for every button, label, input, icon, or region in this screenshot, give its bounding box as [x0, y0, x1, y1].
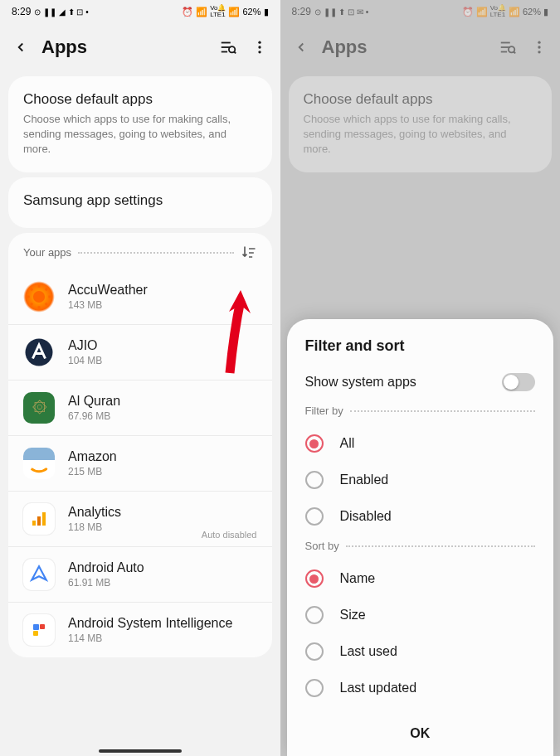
- sort-lastupdated[interactable]: Last updated: [305, 670, 536, 706]
- toggle-label: Show system apps: [305, 375, 416, 390]
- svg-line-13: [31, 288, 32, 290]
- filter-all[interactable]: All: [305, 425, 536, 462]
- search-icon: [499, 38, 517, 56]
- app-name: Al Quran: [68, 394, 257, 409]
- svg-point-31: [538, 51, 540, 53]
- lte-icon: Vo🔔LTE1: [210, 5, 226, 18]
- lte-icon: Vo🔔LTE1: [490, 5, 506, 18]
- svg-line-4: [234, 52, 236, 54]
- page-title: Apps: [41, 36, 207, 58]
- app-name: Analytics: [68, 505, 257, 520]
- screen-filter-sheet: 8:29 ⊙ ❚❚ ⬆ ⊡ ✉ • ⏰ 📶 Vo🔔LTE1 📶 62% ▮ Ap…: [280, 0, 561, 756]
- svg-rect-19: [37, 516, 41, 526]
- app-size: 61.91 MB: [68, 577, 257, 589]
- toggle-switch[interactable]: [502, 373, 535, 391]
- svg-rect-22: [40, 624, 45, 629]
- svg-rect-18: [32, 521, 36, 526]
- app-item[interactable]: AccuWeather 143 MB: [8, 269, 272, 325]
- battery-percent: 62%: [523, 7, 541, 17]
- radio-label: All: [340, 436, 355, 451]
- app-size: 67.96 MB: [68, 410, 257, 422]
- sort-lastused[interactable]: Last used: [305, 633, 536, 670]
- home-indicator[interactable]: [99, 749, 182, 753]
- page-title: Apps: [322, 36, 488, 58]
- radio-label: Last updated: [340, 681, 417, 695]
- radio-button[interactable]: [305, 569, 324, 588]
- ok-button[interactable]: OK: [305, 713, 536, 744]
- app-size: 143 MB: [68, 299, 257, 311]
- signal-icon: 📶: [509, 7, 520, 17]
- back-button: [292, 38, 310, 56]
- samsung-settings-card[interactable]: Samsung app settings: [8, 177, 272, 228]
- filter-group-header: Filter by: [305, 405, 536, 417]
- svg-point-27: [509, 46, 514, 52]
- svg-point-6: [258, 46, 261, 48]
- app-header: Apps: [280, 22, 561, 71]
- group-label: Filter by: [305, 405, 343, 417]
- app-size: 215 MB: [68, 466, 257, 477]
- sort-group-header: Sort by: [305, 540, 536, 552]
- more-icon: [530, 38, 548, 56]
- svg-point-8: [33, 290, 45, 302]
- accuweather-icon: [23, 281, 55, 313]
- svg-line-15: [31, 303, 32, 304]
- svg-rect-21: [33, 624, 39, 630]
- app-name: Android Auto: [68, 560, 257, 575]
- radio-button[interactable]: [305, 642, 324, 661]
- search-icon[interactable]: [219, 38, 237, 56]
- card-desc: Choose which apps to use for making call…: [23, 112, 257, 158]
- divider: [78, 252, 233, 254]
- section-header: Your apps: [8, 233, 272, 269]
- app-name: Android System Intelligence: [68, 616, 257, 631]
- radio-label: Size: [340, 608, 366, 623]
- wifi-icon: 📶: [196, 7, 207, 17]
- app-item[interactable]: Amazon 215 MB: [8, 436, 272, 492]
- svg-line-28: [514, 52, 515, 54]
- back-button[interactable]: [12, 38, 30, 56]
- svg-line-14: [46, 303, 47, 304]
- svg-point-7: [258, 51, 261, 53]
- card-title: Choose default apps: [23, 91, 257, 108]
- app-item[interactable]: ۞ Al Quran 67.96 MB: [8, 380, 272, 436]
- radio-label: Name: [340, 571, 376, 586]
- signal-icon: 📶: [228, 7, 240, 17]
- app-name: AJIO: [68, 338, 257, 353]
- battery-icon: ▮: [264, 7, 269, 17]
- status-bar: 8:29 ⊙ ❚❚ ◢ ⬆ ⊡ • ⏰ 📶 Vo🔔LTE1 📶 62% ▮: [0, 0, 280, 22]
- svg-rect-23: [33, 631, 38, 636]
- radio-button[interactable]: [305, 507, 324, 526]
- default-apps-card: Choose default apps Choose which apps to…: [289, 76, 553, 172]
- radio-label: Enabled: [340, 472, 389, 487]
- apps-list-card: Your apps AccuWeather 143 MB AJIO 104 MB: [8, 233, 272, 657]
- svg-point-3: [228, 46, 234, 52]
- more-icon[interactable]: [251, 38, 269, 56]
- app-item[interactable]: Android System Intelligence 114 MB: [8, 603, 272, 657]
- sort-name[interactable]: Name: [305, 560, 536, 597]
- app-item[interactable]: Analytics 118 MB Auto disabled: [8, 492, 272, 547]
- show-system-toggle-row[interactable]: Show system apps: [305, 373, 536, 391]
- app-header: Apps: [0, 22, 280, 71]
- section-title: Your apps: [23, 246, 71, 259]
- app-item[interactable]: AJIO 104 MB: [8, 325, 272, 380]
- app-name: AccuWeather: [68, 283, 257, 298]
- sort-button[interactable]: [241, 245, 257, 261]
- radio-button[interactable]: [305, 679, 324, 697]
- sort-size[interactable]: Size: [305, 597, 536, 633]
- radio-label: Disabled: [340, 509, 392, 524]
- default-apps-card[interactable]: Choose default apps Choose which apps to…: [8, 76, 272, 172]
- svg-rect-20: [42, 512, 46, 526]
- alarm-icon: ⏰: [182, 7, 193, 17]
- filter-disabled[interactable]: Disabled: [305, 498, 536, 535]
- svg-point-29: [538, 41, 540, 44]
- radio-button[interactable]: [305, 606, 324, 624]
- alarm-icon: ⏰: [462, 7, 474, 17]
- app-size: 114 MB: [68, 632, 257, 644]
- wifi-icon: 📶: [476, 7, 488, 17]
- filter-enabled[interactable]: Enabled: [305, 462, 536, 498]
- svg-line-16: [46, 288, 47, 290]
- status-icons-left: ⊙ ❚❚ ◢ ⬆ ⊡ •: [34, 7, 88, 17]
- amazon-icon: [23, 448, 55, 479]
- radio-button[interactable]: [305, 471, 324, 489]
- app-item[interactable]: Android Auto 61.91 MB: [8, 547, 272, 603]
- radio-button[interactable]: [305, 434, 324, 453]
